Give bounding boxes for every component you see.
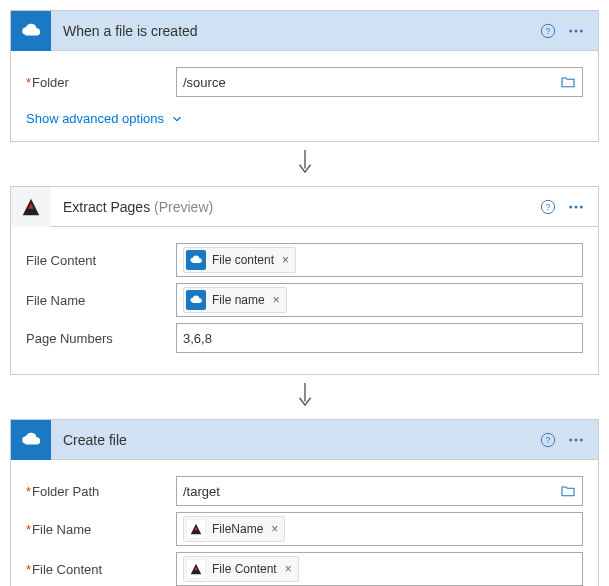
field-label: *File Name <box>26 522 176 537</box>
onedrive-icon <box>11 11 51 51</box>
file-content-token[interactable]: File content × <box>183 247 296 273</box>
card-title: Extract Pages (Preview) <box>51 199 532 215</box>
more-icon[interactable] <box>564 195 588 219</box>
muhimbi-icon <box>186 559 206 579</box>
field-label: *Folder <box>26 75 176 90</box>
file-content-input[interactable]: File Content × <box>176 552 583 586</box>
create-file-card: Create file ? *Folder Path /target *File… <box>10 419 599 586</box>
file-name-input[interactable]: File name × <box>176 283 583 317</box>
field-row-folder: *Folder /source <box>26 67 583 97</box>
connector-arrow <box>10 381 599 409</box>
muhimbi-icon <box>11 187 51 227</box>
remove-token-icon[interactable]: × <box>285 562 292 576</box>
svg-point-2 <box>569 29 572 32</box>
svg-point-18 <box>580 438 583 441</box>
folder-label-text: Folder <box>32 75 69 90</box>
show-adv-text: Show advanced options <box>26 111 164 126</box>
folder-path-label-text: Folder Path <box>32 484 99 499</box>
muhimbi-icon <box>186 519 206 539</box>
remove-token-icon[interactable]: × <box>282 253 289 267</box>
field-label: File Name <box>26 293 176 308</box>
card-header[interactable]: Create file ? <box>11 420 598 460</box>
extract-title-text: Extract Pages <box>63 199 150 215</box>
more-icon[interactable] <box>564 19 588 43</box>
file-name-token[interactable]: File name × <box>183 287 287 313</box>
folder-path-value: /target <box>183 484 560 499</box>
field-label: File Content <box>26 253 176 268</box>
remove-token-icon[interactable]: × <box>271 522 278 536</box>
more-icon[interactable] <box>564 428 588 452</box>
folder-picker-icon[interactable] <box>560 483 576 499</box>
card-title: When a file is created <box>51 23 532 39</box>
folder-path-input[interactable]: /target <box>176 476 583 506</box>
onedrive-icon <box>11 420 51 460</box>
svg-point-11 <box>575 205 578 208</box>
token-text: File name <box>212 293 265 307</box>
card-header[interactable]: Extract Pages (Preview) ? <box>11 187 598 227</box>
help-icon[interactable]: ? <box>536 195 560 219</box>
svg-text:?: ? <box>546 26 551 36</box>
page-numbers-value: 3,6,8 <box>183 331 576 346</box>
field-row-folder-path: *Folder Path /target <box>26 476 583 506</box>
field-row-page-numbers: Page Numbers 3,6,8 <box>26 323 583 353</box>
help-icon[interactable]: ? <box>536 19 560 43</box>
card-body: File Content File content × File Name Fi… <box>11 227 598 374</box>
file-name-token[interactable]: FileName × <box>183 516 285 542</box>
svg-text:?: ? <box>546 202 551 212</box>
svg-point-12 <box>580 205 583 208</box>
file-name-label-text: File Name <box>32 522 91 537</box>
help-icon[interactable]: ? <box>536 428 560 452</box>
svg-text:?: ? <box>546 435 551 445</box>
connector-arrow <box>10 148 599 176</box>
field-row-file-name: *File Name FileName × <box>26 512 583 546</box>
svg-point-17 <box>575 438 578 441</box>
field-label: Page Numbers <box>26 331 176 346</box>
svg-point-16 <box>569 438 572 441</box>
field-label: *File Content <box>26 562 176 577</box>
page-numbers-input[interactable]: 3,6,8 <box>176 323 583 353</box>
card-body: *Folder /source Show advanced options <box>11 51 598 141</box>
field-row-file-name: File Name File name × <box>26 283 583 317</box>
file-name-input[interactable]: FileName × <box>176 512 583 546</box>
card-body: *Folder Path /target *File Name FileName… <box>11 460 598 586</box>
show-advanced-link[interactable]: Show advanced options <box>26 111 184 126</box>
field-label: *Folder Path <box>26 484 176 499</box>
folder-input[interactable]: /source <box>176 67 583 97</box>
file-content-input[interactable]: File content × <box>176 243 583 277</box>
card-header[interactable]: When a file is created ? <box>11 11 598 51</box>
field-row-file-content: File Content File content × <box>26 243 583 277</box>
remove-token-icon[interactable]: × <box>273 293 280 307</box>
field-row-file-content: *File Content File Content × <box>26 552 583 586</box>
trigger-card: When a file is created ? *Folder /source… <box>10 10 599 142</box>
onedrive-icon <box>186 290 206 310</box>
file-content-label-text: File Content <box>32 562 102 577</box>
folder-value: /source <box>183 75 560 90</box>
folder-picker-icon[interactable] <box>560 74 576 90</box>
token-text: File Content <box>212 562 277 576</box>
card-title: Create file <box>51 432 532 448</box>
file-content-token[interactable]: File Content × <box>183 556 299 582</box>
svg-point-3 <box>575 29 578 32</box>
onedrive-icon <box>186 250 206 270</box>
token-text: File content <box>212 253 274 267</box>
extract-pages-card: Extract Pages (Preview) ? File Content F… <box>10 186 599 375</box>
svg-point-4 <box>580 29 583 32</box>
preview-tag: (Preview) <box>154 199 213 215</box>
svg-point-10 <box>569 205 572 208</box>
token-text: FileName <box>212 522 263 536</box>
